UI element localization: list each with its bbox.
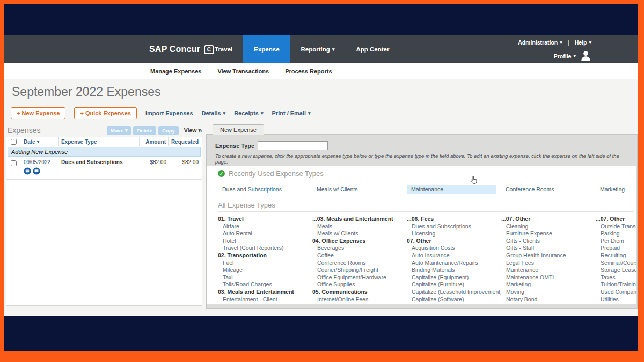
column-requested[interactable]: Requested (169, 137, 201, 146)
expense-type-item[interactable]: Acquisition Costs (407, 245, 501, 252)
print-email-menu[interactable]: Print / Email▾ (272, 110, 311, 116)
recent-expense-type-dues-and-subscriptions[interactable]: Dues and Subscriptions (218, 185, 307, 194)
expense-type-item[interactable]: Telephone (312, 303, 407, 304)
administration-menu[interactable]: Administration ▾ (518, 39, 562, 46)
recent-expense-type-meals-w-clients[interactable]: Meals w/ Clients (312, 185, 401, 194)
expense-type-item[interactable]: Auto Rental (218, 230, 312, 238)
subnav-view-transactions[interactable]: View Transactions (217, 68, 269, 75)
select-all-cell (6, 137, 21, 146)
expense-type-item[interactable]: Per Diem (596, 238, 636, 245)
row-checkbox[interactable] (11, 160, 17, 166)
expense-type-item[interactable]: Internet/Online Fees (312, 296, 407, 304)
expense-type-item[interactable]: Conference Rooms (312, 260, 407, 267)
expense-type-item[interactable]: Office Supplies (312, 281, 407, 289)
delete-button[interactable]: Delete (133, 126, 156, 135)
expense-type-item[interactable]: Meals (312, 223, 407, 231)
expense-type-item[interactable]: Meals w/ Clients (312, 230, 407, 238)
select-all-checkbox[interactable] (11, 139, 17, 145)
recent-expense-type-conference-rooms[interactable]: Conference Rooms (501, 185, 590, 194)
expense-type-item[interactable]: Group Health Insurance (501, 252, 596, 260)
expense-type-item[interactable]: Entertainment - Client (218, 296, 312, 304)
import-expenses-menu[interactable]: Import Expenses (145, 110, 193, 116)
caret-down-icon: ▾ (589, 40, 591, 45)
tab-new-expense[interactable]: New Expense (213, 124, 264, 135)
comment-icon[interactable] (33, 167, 40, 177)
expense-type-item[interactable]: Maintenance OMTI (501, 274, 596, 282)
expense-type-item[interactable]: Binding Materials (407, 267, 501, 274)
receipts-menu[interactable]: Receipts▾ (234, 110, 263, 116)
expense-type-item[interactable]: Seminar/Course Fees (596, 260, 636, 267)
expense-type-item[interactable]: Office Rent/Lease (501, 303, 596, 304)
column-expense-type[interactable]: Expense Type (59, 137, 140, 146)
expense-type-item[interactable]: Cleaning (501, 223, 596, 231)
expense-type-item[interactable]: Notary Bond (501, 296, 596, 304)
expense-type-item[interactable]: Marketing (501, 281, 596, 289)
table-row[interactable]: 09/05/2022 Dues and Subscriptions $82.00 (6, 157, 202, 180)
expense-type-item[interactable]: Capitalize (Leasehold Improvement) (407, 289, 501, 296)
nav-travel[interactable]: Travel (204, 35, 243, 63)
expense-type-item[interactable]: Utilities (596, 296, 636, 304)
collapse-panel-icon[interactable]: « (199, 127, 202, 135)
expense-type-item[interactable]: Dues and Subscriptions (407, 223, 501, 231)
expense-type-item[interactable]: Furniture Expense (501, 230, 596, 238)
expense-type-item[interactable]: Auto Maintenance/Repairs (407, 260, 501, 267)
expense-type-item[interactable]: Recruiting (596, 252, 636, 260)
expense-type-item[interactable]: Tuition/Training Reimbu (596, 281, 636, 289)
expense-type-item[interactable]: Coffee (312, 252, 407, 260)
expense-type-item[interactable]: Maintenance (501, 267, 596, 274)
expense-type-item[interactable]: Parking (596, 230, 636, 238)
expense-type-item[interactable]: Capitalize (Equipment) (407, 274, 501, 282)
expense-type-item[interactable]: Travel (Court Reporters) (218, 245, 312, 252)
expense-type-item[interactable]: Entertainment - Staff (218, 303, 312, 304)
expense-type-item[interactable]: Gifts - Staff (501, 245, 596, 252)
expense-type-input[interactable] (258, 141, 328, 150)
expense-type-item[interactable]: Licensing (407, 230, 501, 238)
expense-type-item[interactable]: Airfare (218, 223, 312, 231)
expense-type-item[interactable]: Outside Transcription Se (596, 223, 636, 231)
expense-type-item[interactable]: Auto Insurance (407, 252, 501, 260)
recent-expense-type-maintenance[interactable]: Maintenance (407, 185, 496, 194)
expense-type-column: ...07. OtherCleaningFurniture ExpenseGif… (501, 216, 596, 304)
nav-app-center[interactable]: App Center (345, 35, 400, 63)
expense-type-item[interactable]: Moving (501, 289, 596, 296)
expense-type-item[interactable]: Storage Lease (596, 267, 636, 274)
expense-type-item[interactable]: Used Company Funds f (596, 289, 636, 296)
nav-reporting[interactable]: Reporting▾ (290, 35, 346, 63)
expense-type-item[interactable]: Fuel (218, 260, 312, 267)
move-button[interactable]: Move▾ (107, 126, 131, 135)
expense-type-item[interactable]: Prepaid (596, 245, 636, 252)
expense-type-item[interactable]: Capitalize (Software) (407, 296, 501, 304)
quick-expenses-button[interactable]: + Quick Expenses (74, 107, 136, 119)
copy-button[interactable]: Copy (158, 126, 179, 135)
expense-group-header: 01. Travel (218, 216, 312, 223)
expense-type-item[interactable]: Hotel (218, 238, 312, 245)
expense-type-item[interactable]: CD Supplies (407, 303, 501, 304)
recently-used-list: Dues and SubscriptionsMeals w/ ClientsMa… (218, 180, 636, 200)
expense-type-item[interactable]: Gifts - Clients (501, 238, 596, 245)
column-amount[interactable]: Amount (140, 137, 169, 146)
expense-type-item[interactable]: Tolls/Road Charges (218, 281, 312, 289)
new-expense-button[interactable]: + New Expense (11, 107, 65, 119)
expense-type-item[interactable]: Office Equipment/Hardware (312, 274, 407, 282)
expense-type-item[interactable]: Courier/Shipping/Freight (312, 267, 407, 274)
column-date[interactable]: Date ▾ (21, 137, 59, 146)
help-menu[interactable]: Help ▾ (575, 39, 591, 46)
expense-type-item[interactable]: Mileage (218, 267, 312, 274)
expense-type-item[interactable]: Beverages (312, 245, 407, 252)
profile-menu[interactable]: Profile ▾ (554, 53, 576, 60)
expenses-panel-header: Expenses Move▾DeleteCopy View ▾ (6, 124, 202, 136)
caret-down-icon: ▾ (308, 111, 311, 116)
subnav-process-reports[interactable]: Process Reports (285, 68, 332, 75)
card-transaction-icon[interactable] (24, 167, 31, 177)
help-label: Help (575, 39, 587, 46)
recent-expense-type-marketing[interactable]: Marketing (596, 185, 636, 194)
subnav-manage-expenses[interactable]: Manage Expenses (150, 68, 201, 75)
details-menu[interactable]: Details▾ (202, 110, 226, 116)
expense-type-item[interactable]: Taxes (596, 274, 636, 282)
expense-type-item[interactable]: Legal Fees (501, 260, 596, 267)
nav-expense[interactable]: Expense (243, 35, 290, 63)
expense-type-cell: Dues and Subscriptions (59, 159, 140, 166)
expense-type-item[interactable]: Capitalize (Furniture) (407, 281, 501, 289)
expense-type-item[interactable]: Taxi (218, 274, 312, 282)
avatar-icon[interactable] (580, 50, 591, 62)
